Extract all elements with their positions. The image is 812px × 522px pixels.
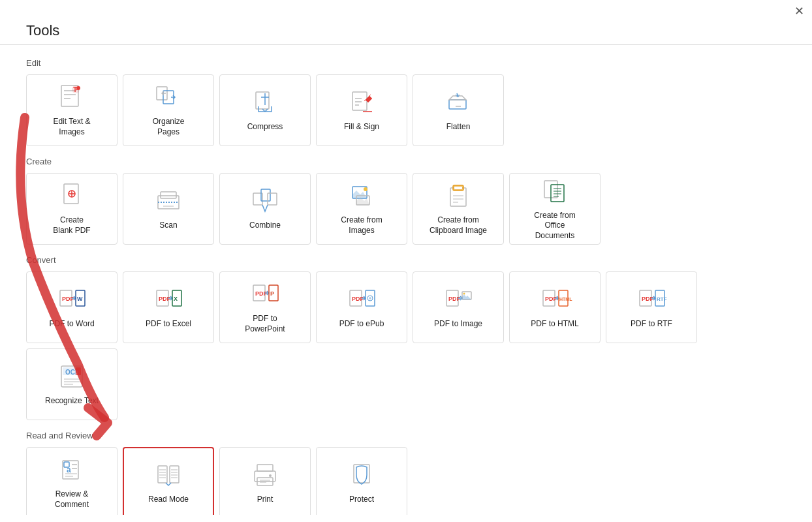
recognize-text-icon: OCR i	[57, 362, 86, 391]
tool-create-blank-pdf-label: CreateBlank PDF	[53, 215, 90, 236]
tool-pdf-to-html-label: PDF to HTML	[531, 319, 578, 330]
svg-point-64	[463, 293, 465, 295]
pdf-to-image-icon: PDF	[444, 285, 473, 314]
tool-print[interactable]: Print	[219, 447, 311, 515]
section-read-review-label: Read and Review	[26, 431, 786, 440]
section-create: Create CreateBlank PDF	[26, 157, 786, 245]
svg-rect-23	[161, 192, 176, 198]
create-tools-grid: CreateBlank PDF Scan	[26, 173, 786, 245]
flatten-icon	[444, 88, 473, 117]
tool-recognize-text-label: Recognize Text	[45, 396, 99, 407]
tool-create-office-docs[interactable]: Create fromOfficeDocuments	[509, 173, 601, 245]
section-create-label: Create	[26, 157, 786, 166]
pdf-to-word-icon: PDF W	[57, 285, 86, 314]
tool-compress[interactable]: Compress	[219, 74, 311, 146]
section-edit: Edit T Edit Text &Images	[26, 58, 786, 146]
tool-combine[interactable]: Combine	[219, 173, 311, 245]
tool-read-mode[interactable]: Read Mode	[123, 447, 214, 515]
page-title: Tools	[0, 22, 812, 45]
tool-read-mode-label: Read Mode	[148, 495, 189, 505]
review-comment-icon: a	[57, 455, 86, 484]
tool-organize-pages[interactable]: OrganizePages	[123, 74, 214, 146]
print-icon	[251, 461, 279, 489]
organize-pages-icon	[154, 83, 183, 112]
tool-review-comment-label: Review &Comment	[55, 489, 89, 510]
create-blank-pdf-icon	[57, 181, 86, 210]
combine-icon	[251, 187, 279, 215]
tool-pdf-to-word[interactable]: PDF W PDF to Word	[26, 271, 117, 343]
tool-create-from-images-label: Create fromImages	[341, 215, 382, 236]
title-bar: ✕	[0, 0, 812, 22]
tool-flatten[interactable]: Flatten	[413, 74, 504, 146]
svg-text:PDF: PDF	[448, 296, 461, 302]
pdf-to-epub-icon: PDF	[347, 285, 376, 314]
tool-combine-label: Combine	[249, 221, 281, 231]
svg-rect-89	[170, 466, 179, 483]
tool-scan-label: Scan	[159, 221, 177, 231]
pdf-to-html-icon: PDF HTML	[540, 285, 569, 314]
tool-fill-sign-label: Fill & Sign	[344, 122, 379, 132]
tool-create-from-images[interactable]: Create fromImages	[316, 173, 407, 245]
svg-text:PDF: PDF	[642, 296, 654, 302]
read-review-tools-grid: a Review &Comment	[26, 447, 786, 515]
create-office-docs-icon	[540, 177, 569, 206]
tool-create-office-docs-label: Create fromOfficeDocuments	[534, 211, 575, 241]
tool-recognize-text[interactable]: OCR i Recognize Text	[26, 348, 117, 420]
tool-edit-text-images-label: Edit Text &Images	[53, 117, 90, 137]
tool-edit-text-images[interactable]: T Edit Text &Images	[26, 74, 117, 146]
tool-create-blank-pdf[interactable]: CreateBlank PDF	[26, 173, 117, 245]
section-convert: Convert PDF W PDF to Word	[26, 255, 786, 420]
svg-text:PDF: PDF	[159, 296, 171, 302]
svg-text:HTML: HTML	[559, 297, 572, 301]
svg-text:W: W	[77, 296, 83, 302]
tool-organize-pages-label: OrganizePages	[153, 117, 185, 137]
tool-pdf-to-powerpoint[interactable]: PDF P PDF toPowerPoint	[219, 271, 311, 343]
svg-text:PDF: PDF	[255, 290, 268, 297]
section-edit-label: Edit	[26, 58, 786, 68]
svg-text:RTF: RTF	[657, 296, 667, 302]
content-area: Edit T Edit Text &Images	[0, 45, 812, 515]
tool-fill-sign[interactable]: Fill & Sign	[316, 74, 407, 146]
edit-tools-grid: T Edit Text &Images OrganizePag	[26, 74, 786, 146]
svg-rect-98	[257, 465, 273, 471]
tool-pdf-to-epub[interactable]: PDF PDF to ePub	[316, 271, 407, 343]
scan-icon	[154, 187, 183, 215]
tool-protect-label: Protect	[349, 495, 374, 505]
tool-pdf-to-image-label: PDF to Image	[434, 319, 482, 330]
tool-review-comment[interactable]: a Review &Comment	[26, 447, 117, 515]
convert-tools-grid: PDF W PDF to Word PDF X	[26, 271, 786, 420]
tool-create-clipboard-image[interactable]: Create fromClipboard Image	[413, 173, 504, 245]
close-button[interactable]: ✕	[794, 5, 804, 17]
create-clipboard-image-icon	[444, 181, 473, 210]
section-convert-label: Convert	[26, 255, 786, 265]
tool-pdf-to-excel[interactable]: PDF X PDF to Excel	[123, 271, 214, 343]
tool-pdf-to-image[interactable]: PDF PDF to Image	[413, 271, 504, 343]
tool-pdf-to-epub-label: PDF to ePub	[339, 319, 384, 330]
tool-protect[interactable]: Protect	[316, 447, 407, 515]
pdf-to-rtf-icon: PDF RTF	[637, 285, 666, 314]
fill-sign-icon	[347, 88, 376, 117]
pdf-to-powerpoint-icon: PDF P	[251, 280, 279, 309]
read-mode-icon	[154, 461, 183, 489]
create-from-images-icon	[347, 181, 376, 210]
svg-rect-17	[449, 100, 466, 109]
tool-pdf-to-excel-label: PDF to Excel	[146, 319, 191, 330]
tool-pdf-to-html[interactable]: PDF HTML PDF to HTML	[509, 271, 601, 343]
tool-create-clipboard-image-label: Create fromClipboard Image	[429, 215, 487, 236]
tool-scan[interactable]: Scan	[123, 173, 214, 245]
tool-pdf-to-rtf-label: PDF to RTF	[631, 319, 672, 330]
svg-point-101	[269, 474, 272, 477]
tool-pdf-to-word-label: PDF to Word	[49, 319, 94, 330]
svg-rect-88	[158, 466, 167, 483]
svg-text:PDF: PDF	[352, 296, 364, 302]
compress-icon	[251, 88, 279, 117]
svg-rect-10	[256, 92, 269, 109]
protect-icon	[347, 461, 376, 489]
svg-text:PDF: PDF	[545, 296, 557, 302]
svg-text:PDF: PDF	[62, 296, 74, 302]
tool-flatten-label: Flatten	[446, 122, 471, 132]
edit-text-icon: T	[57, 83, 86, 112]
tool-pdf-to-rtf[interactable]: PDF RTF PDF to RTF	[606, 271, 697, 343]
svg-point-30	[364, 187, 367, 191]
svg-text:i: i	[76, 371, 78, 375]
